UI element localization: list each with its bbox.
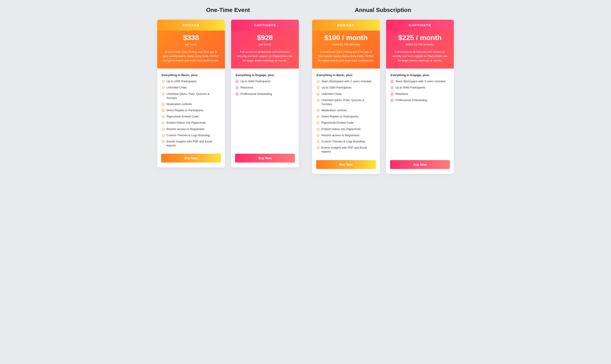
feature-item: Professional Onboarding xyxy=(391,98,449,102)
feature-item: Direct Replies to Participants xyxy=(162,108,220,112)
feature-item: Unlimited Chats xyxy=(162,86,220,90)
section-title: One-Time Event xyxy=(157,7,299,13)
check-icon xyxy=(236,80,239,83)
features-title: Everything in Engage, plus: xyxy=(236,73,294,77)
check-icon xyxy=(162,86,165,89)
check-icon xyxy=(391,99,394,102)
plan-features: Everything in Engage, plus: Up to 5000 P… xyxy=(231,68,299,154)
check-icon xyxy=(317,99,320,102)
feature-text: Embed Videos into Pigeonhole xyxy=(321,127,361,131)
buy-now-button[interactable]: Buy Now xyxy=(390,160,450,169)
check-icon xyxy=(317,92,320,95)
plan-features: Everything in Basic, plus: Team Workspac… xyxy=(312,68,380,160)
plan-summary: $225 / month Billed $2,700 annually Full… xyxy=(386,30,454,68)
buy-now-button[interactable]: Buy Now xyxy=(316,160,376,169)
feature-item: Unlimited Q&As, Polls, Quizzes & Surveys xyxy=(317,98,375,106)
feature-text: Unlimited Q&As, Polls, Quizzes & Surveys xyxy=(166,92,220,100)
features-title: Everything in Basic, plus: xyxy=(317,73,375,77)
check-icon xyxy=(162,128,165,131)
feature-text: Restrict access to Registrants xyxy=(166,127,204,131)
section-title: Annual Subscription xyxy=(312,7,454,13)
check-icon xyxy=(162,134,165,137)
feature-item: Pigeonhole Embed Code xyxy=(317,121,375,125)
plan-features: Everything in Engage, plus: Team Workspa… xyxy=(386,68,454,160)
check-icon xyxy=(162,92,165,95)
feature-text: Up to 5000 Participants xyxy=(395,86,425,90)
plan-header: CAPTIVATE $225 / month Billed $2,700 ann… xyxy=(386,20,454,68)
plan-name: ENGAGE xyxy=(312,20,380,30)
feature-item: Up to 1000 Participants xyxy=(317,86,375,90)
feature-text: Pigeonhole Embed Code xyxy=(321,121,353,125)
check-icon xyxy=(317,134,320,137)
buy-now-button[interactable]: Buy Now xyxy=(161,154,221,163)
features-title: Everything in Basic, plus: xyxy=(162,73,220,77)
plan-description: Full access to all features with enhance… xyxy=(391,50,449,63)
plan-card-engage: ENGAGE $100 / month Billed $1,200 annual… xyxy=(312,20,380,174)
feature-text: Custom Themes & Logo Branding xyxy=(321,140,365,143)
feature-item: Restrict access to Registrants xyxy=(162,127,220,131)
feature-text: Restrict access to Registrants xyxy=(321,133,360,137)
plan-card-captivate: CAPTIVATE $225 / month Billed $2,700 ann… xyxy=(386,20,454,174)
feature-text: Reactions xyxy=(240,86,253,90)
plan-name: CAPTIVATE xyxy=(231,20,299,30)
check-icon xyxy=(162,115,165,118)
check-icon xyxy=(391,92,394,95)
check-icon xyxy=(391,86,394,89)
plan-header: ENGAGE $100 / month Billed $1,200 annual… xyxy=(312,20,380,68)
feature-item: Reactions xyxy=(236,86,294,90)
plan-description: A must-have Q&A, Polling and Chat app in… xyxy=(317,50,375,63)
check-icon xyxy=(236,86,239,89)
feature-item: Team Workspace with 2 users included xyxy=(317,79,375,83)
check-icon xyxy=(391,80,394,83)
plan-name: ENGAGE xyxy=(157,20,225,30)
feature-item: Custom Themes & Logo Branding xyxy=(317,140,375,143)
plan-summary: $100 / month Billed $1,200 annually A mu… xyxy=(312,30,380,68)
feature-list: Team Workspace with 2 users includedUp t… xyxy=(317,79,375,154)
feature-text: Unlimited Q&As, Polls, Quizzes & Surveys xyxy=(321,98,375,106)
feature-text: Up to 1000 Participants xyxy=(166,79,196,83)
feature-item: Moderation controls xyxy=(162,102,220,106)
plan-billing: per event xyxy=(162,43,220,46)
pricing-sections: One-Time Event ENGAGE $338 per event A m… xyxy=(9,7,602,174)
feature-text: Up to 1000 Participants xyxy=(321,86,351,90)
plan-header: ENGAGE $338 per event A must-have Q&A, P… xyxy=(157,20,225,68)
check-icon xyxy=(317,115,320,118)
plan-price: $928 xyxy=(236,34,294,42)
check-icon xyxy=(317,86,320,89)
check-icon xyxy=(317,146,320,149)
plan-summary: $338 per event A must-have Q&A, Polling … xyxy=(157,30,225,68)
plan-cards: ENGAGE $338 per event A must-have Q&A, P… xyxy=(157,20,299,167)
feature-list: Up to 1000 ParticipantsUnlimited ChatsUn… xyxy=(162,79,220,147)
feature-text: Embed Videos into Pigeonhole xyxy=(166,121,206,125)
check-icon xyxy=(317,109,320,112)
check-icon xyxy=(317,80,320,83)
plan-price: $100 / month xyxy=(317,34,375,42)
feature-item: Pigeonhole Embed Code xyxy=(162,115,220,118)
feature-item: Direct Replies to Participants xyxy=(317,115,375,118)
check-icon xyxy=(162,121,165,124)
feature-item: Reactions xyxy=(391,92,449,96)
feature-text: Unlimited Chats xyxy=(321,92,342,96)
feature-text: Custom Themes & Logo Branding xyxy=(166,133,210,137)
feature-text: Team Workspace with 2 users included xyxy=(321,79,371,83)
plan-billing: Billed $1,200 annually xyxy=(317,43,375,46)
feature-text: Pigeonhole Embed Code xyxy=(166,115,199,118)
plan-card-captivate: CAPTIVATE $928 per event Full access to … xyxy=(231,20,299,167)
check-icon xyxy=(317,121,320,124)
plan-billing: Billed $2,700 annually xyxy=(391,43,449,46)
plan-features: Everything in Basic, plus: Up to 1000 Pa… xyxy=(157,68,225,154)
plan-card-engage: ENGAGE $338 per event A must-have Q&A, P… xyxy=(157,20,225,167)
plan-cards: ENGAGE $100 / month Billed $1,200 annual… xyxy=(312,20,454,174)
feature-text: Reactions xyxy=(395,92,408,96)
feature-item: Embed Videos into Pigeonhole xyxy=(162,121,220,125)
feature-text: Unlimited Chats xyxy=(166,86,187,90)
feature-text: Moderation controls xyxy=(166,102,192,106)
feature-item: Up to 1000 Participants xyxy=(162,79,220,83)
feature-text: Direct Replies to Participants xyxy=(166,108,204,112)
feature-item: Up to 5000 Participants xyxy=(236,79,294,83)
feature-item: Professional Onboarding xyxy=(236,92,294,96)
buy-now-button[interactable]: Buy Now xyxy=(235,154,295,163)
feature-text: Professional Onboarding xyxy=(240,92,272,96)
feature-text: Direct Replies to Participants xyxy=(321,115,358,118)
plan-billing: per event xyxy=(236,43,294,46)
